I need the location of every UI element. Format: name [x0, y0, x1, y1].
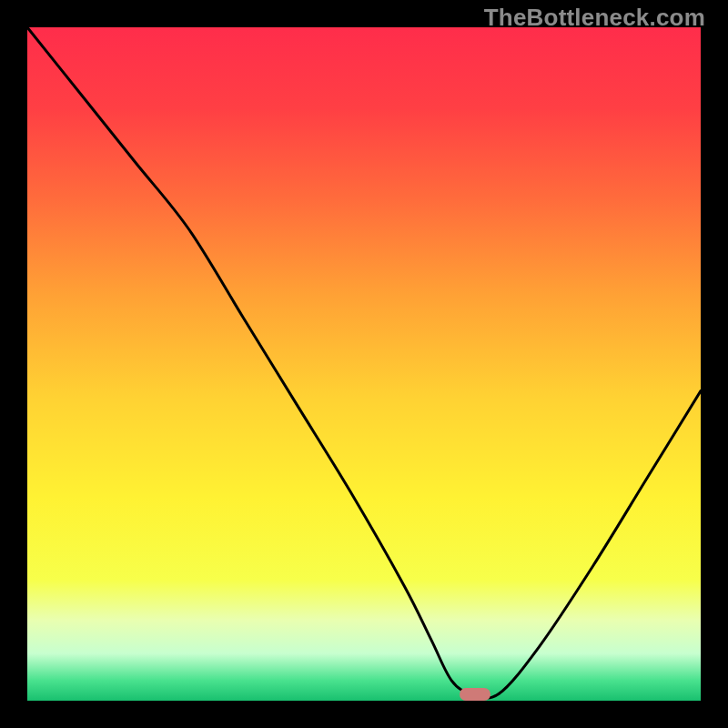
chart-frame: TheBottleneck.com [0, 0, 728, 728]
plot-area [27, 27, 701, 701]
optimum-marker [460, 688, 490, 701]
bottleneck-curve [27, 27, 701, 701]
